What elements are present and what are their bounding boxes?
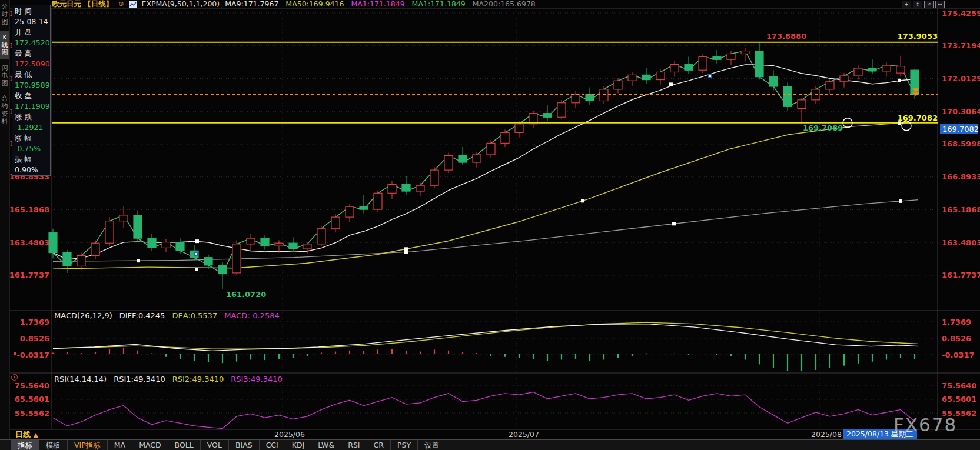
svg-text:-0.0317: -0.0317 [16, 351, 49, 359]
toolbar-tab-CR[interactable]: CR [367, 440, 391, 450]
indicator-icon [129, 1, 137, 8]
crosshair-tool-icon[interactable]: + [902, 1, 911, 8]
svg-text:55.5562: 55.5562 [15, 409, 49, 418]
ma-value: MA9:171.7967 [225, 0, 278, 8]
toolbar-tab-BOLL[interactable]: BOLL [168, 440, 201, 450]
chart-toolbar-icons: +↕↗↦ [902, 1, 945, 8]
ma-value: MA1:171.1849 [351, 0, 404, 8]
rsi-header: RSI(14,14,14) RSI1:49.3410 RSI2:49.3410 … [54, 375, 283, 384]
rsi1-value: RSI1:49.3410 [114, 375, 165, 384]
svg-text:1.7369: 1.7369 [20, 318, 49, 326]
svg-text:175.4259: 175.4259 [942, 9, 980, 18]
svg-text:166.8933: 166.8933 [942, 172, 980, 181]
toolbar-tab-PSY[interactable]: PSY [391, 440, 418, 450]
svg-text:165.1868: 165.1868 [942, 205, 980, 214]
toolbar-tab-MACD[interactable]: MACD [132, 440, 168, 450]
info-value: 0.90% [15, 165, 48, 175]
svg-text:65.5601: 65.5601 [942, 395, 976, 404]
sidebar-tab-time-chart[interactable]: 分时图 [0, 0, 9, 29]
add-indicator-icon[interactable]: ⊕ [118, 0, 124, 8]
info-label: 最 高 [15, 48, 48, 59]
dropup-icon: ▲ [34, 431, 38, 439]
rsi3-value: RSI3:49.3410 [231, 375, 283, 384]
svg-text:165.1868: 165.1868 [9, 205, 49, 214]
macd-dea-value: DEA:0.5537 [172, 311, 217, 320]
info-value: 25-08-14 [15, 16, 48, 27]
info-label: 涨 幅 [15, 133, 48, 144]
svg-text:169.7089: 169.7089 [803, 124, 843, 132]
svg-text:170.3064: 170.3064 [942, 107, 980, 116]
info-label: 涨 跌 [15, 112, 48, 122]
rsi-title: RSI(14,14,14) [54, 375, 107, 384]
svg-text:0.8526: 0.8526 [20, 334, 49, 343]
svg-text:163.4803: 163.4803 [942, 238, 980, 247]
toolbar-tab-VOL[interactable]: VOL [201, 440, 229, 450]
svg-text:-0.0317: -0.0317 [942, 351, 975, 359]
toolbar-tab-模板[interactable]: 模板 [39, 440, 68, 450]
toolbar-tab-LW&[interactable]: LW& [311, 440, 341, 450]
axis-pan-icon[interactable]: ↗ [924, 1, 934, 8]
svg-text:161.0720: 161.0720 [226, 290, 266, 299]
sidebar-tab-contract-info[interactable]: 合约资料 [0, 92, 9, 128]
info-label: 开 盘 [15, 27, 48, 38]
svg-text:0.8526: 0.8526 [942, 334, 971, 343]
macd-marker-icon [14, 352, 16, 355]
svg-text:161.7737: 161.7737 [942, 271, 980, 279]
svg-text:65.5601: 65.5601 [15, 395, 49, 404]
svg-text:169.7082: 169.7082 [898, 114, 938, 122]
month-label: 2025/08 [811, 430, 842, 439]
axis-scale-icon[interactable]: ↕ [913, 1, 922, 8]
ma-value: MA1:171.1849 [412, 0, 466, 8]
toolbar-tab-BIAS[interactable]: BIAS [229, 440, 260, 450]
info-value: 170.9589 [15, 80, 48, 91]
exit-right-icon[interactable]: ↦ [935, 1, 945, 8]
svg-text:169.7082: 169.7082 [942, 125, 979, 134]
svg-text:161.7737: 161.7737 [9, 271, 49, 279]
macd-title: MACD(26,12,9) [54, 311, 112, 320]
info-value: -0.75% [15, 144, 48, 154]
svg-text:75.5640: 75.5640 [15, 381, 49, 390]
ma-values: MA9:171.7967MA50:169.9416MA1:171.1849MA1… [225, 0, 536, 8]
ma-value: MA200:165.6978 [473, 0, 536, 8]
svg-text:172.0129: 172.0129 [942, 74, 980, 83]
info-label: 时 间 [15, 6, 48, 16]
svg-text:173.8880: 173.8880 [766, 32, 806, 41]
toolbar-tab-MA[interactable]: MA [108, 440, 132, 450]
info-value: 172.5090 [15, 59, 48, 69]
quote-info-panel: 时 间25-08-14开 盘172.4520最 高172.5090最 低170.… [12, 5, 51, 176]
info-label: 最 低 [15, 69, 48, 80]
toolbar-tab-KDJ[interactable]: KDJ [285, 440, 312, 450]
month-label: 2025/07 [509, 430, 539, 439]
svg-text:173.7194: 173.7194 [942, 41, 980, 50]
info-value: 172.4520 [15, 38, 48, 48]
indicator-toolbar: 指标模板VIP指标MAMACDBOLLVOLBIASCCIKDJLW&RSICR… [0, 439, 980, 450]
svg-text:168.5998: 168.5998 [942, 139, 980, 148]
macd-diff-value: DIFF:0.4245 [119, 311, 165, 320]
chart-header: 欧元日元 【日线】 ⊕ EXPMA(9,50,1,1,200) MA9:171.… [52, 0, 536, 8]
info-label: 收 盘 [15, 91, 48, 101]
toolbar-tab-指标[interactable]: 指标 [11, 440, 39, 450]
svg-text:75.5640: 75.5640 [942, 381, 976, 390]
sidebar-tab-kline-chart[interactable]: K线图 [0, 31, 9, 59]
info-value: 171.1909 [15, 101, 48, 112]
svg-text:1.7369: 1.7369 [942, 318, 971, 326]
macd-macd-value: MACD:-0.2584 [224, 311, 280, 320]
info-value: -1.2921 [15, 122, 48, 133]
rsi-settings-icon[interactable] [11, 374, 18, 381]
symbol-title: 欧元日元 【日线】 [52, 0, 113, 8]
chart-app: 173.8880173.9053161.0720169.7089169.7082… [0, 0, 980, 450]
left-tab-strip: 分时图K线图闪电图合约资料 [0, 0, 10, 450]
indicator-label: EXPMA(9,50,1,1,200) [142, 0, 220, 8]
macd-header: MACD(26,12,9) DIFF:0.4245 DEA:0.5537 MAC… [54, 311, 280, 320]
time-axis: 日线 ▲ 2025/08/13 星期三 2025/062025/072025/0… [0, 429, 980, 439]
ma-value: MA50:169.9416 [285, 0, 344, 8]
period-selector[interactable]: 日线 ▲ [15, 429, 38, 440]
info-label: 振 幅 [15, 154, 48, 165]
toolbar-tab-RSI[interactable]: RSI [341, 440, 367, 450]
toolbar-tab-设置[interactable]: 设置 [418, 440, 446, 450]
toolbar-tab-VIP指标[interactable]: VIP指标 [68, 440, 108, 450]
watermark: FX678 [893, 414, 957, 435]
toolbar-tab-CCI[interactable]: CCI [260, 440, 285, 450]
sidebar-tab-lightning-chart[interactable]: 闪电图 [0, 61, 9, 90]
month-label: 2025/06 [274, 430, 305, 439]
